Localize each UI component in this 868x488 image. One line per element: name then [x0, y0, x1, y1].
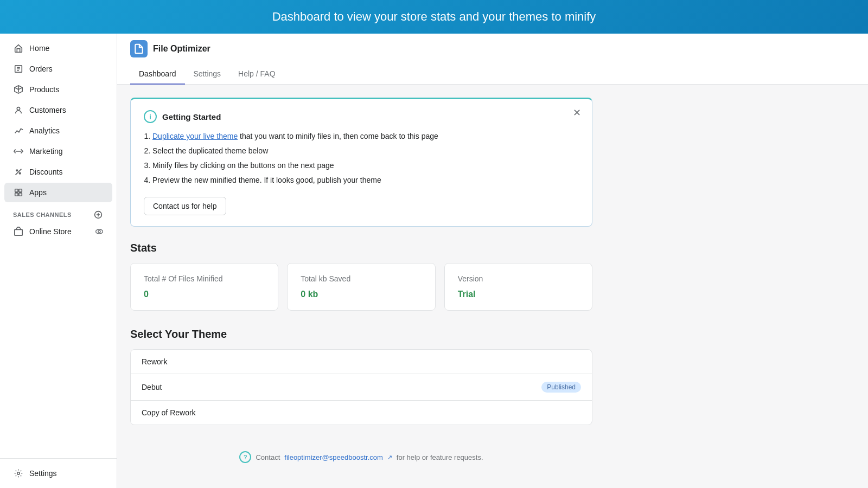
info-icon: i — [144, 110, 157, 123]
svg-rect-6 — [15, 193, 18, 196]
svg-point-10 — [96, 229, 103, 234]
sidebar-label-customers: Customers — [29, 106, 66, 114]
app-icon — [130, 40, 148, 57]
footer-email-link[interactable]: fileoptimizer@speedboostr.com — [284, 453, 383, 461]
sidebar-label-products: Products — [29, 85, 59, 94]
stat-label-version: Version — [458, 274, 579, 283]
sidebar-item-products[interactable]: Products — [4, 80, 112, 99]
tabs-container: Dashboard Settings Help / FAQ — [130, 64, 855, 84]
svg-rect-7 — [19, 193, 22, 196]
tab-dashboard[interactable]: Dashboard — [130, 64, 185, 85]
sidebar: Home Orders Products — [0, 34, 117, 488]
app-title-row: File Optimizer — [130, 40, 855, 57]
sidebar-item-marketing[interactable]: Marketing — [4, 142, 112, 161]
getting-started-steps: Duplicate your live theme that you want … — [144, 131, 579, 186]
online-store-label: Online Store — [29, 227, 72, 236]
app-name: File Optimizer — [153, 44, 210, 54]
sidebar-item-orders[interactable]: Orders — [4, 59, 112, 79]
footer-text-after: for help or feature requests. — [397, 453, 483, 461]
svg-rect-5 — [19, 189, 22, 192]
settings-icon — [13, 468, 24, 479]
sidebar-label-marketing: Marketing — [29, 147, 62, 156]
content-area: File Optimizer Dashboard Settings Help /… — [117, 34, 868, 488]
svg-point-12 — [17, 472, 20, 475]
apps-icon — [13, 187, 24, 198]
products-icon — [13, 84, 24, 95]
themes-section-title: Select Your Theme — [130, 328, 592, 341]
svg-point-3 — [19, 172, 21, 174]
sidebar-item-home[interactable]: Home — [4, 38, 112, 58]
stat-value-kb: 0 kb — [301, 290, 422, 299]
orders-icon — [13, 63, 24, 74]
sidebar-item-online-store[interactable]: Online Store — [4, 223, 112, 240]
sales-channels-header: SALES CHANNELS — [4, 203, 112, 222]
stat-card-kb: Total kb Saved 0 kb — [287, 263, 435, 311]
sidebar-label-discounts: Discounts — [29, 168, 62, 176]
stat-label-files: Total # Of Files Minified — [144, 274, 265, 283]
sidebar-item-customers[interactable]: Customers — [4, 100, 112, 120]
stat-card-files: Total # Of Files Minified 0 — [130, 263, 278, 311]
svg-point-11 — [98, 230, 100, 233]
home-icon — [13, 43, 24, 54]
svg-point-2 — [16, 170, 18, 171]
theme-table: Rework Debut Published Copy of Rework — [130, 349, 592, 425]
online-store-visibility-icon[interactable] — [95, 227, 104, 236]
step-1: Duplicate your live theme that you want … — [152, 131, 579, 142]
sidebar-item-apps[interactable]: Apps — [4, 183, 112, 202]
add-sales-channel-button[interactable] — [93, 209, 104, 220]
sidebar-bottom: Settings — [0, 458, 117, 484]
footer-contact: ? Contact fileoptimizer@speedboostr.com … — [130, 442, 592, 472]
theme-row-copy-rework[interactable]: Copy of Rework — [131, 401, 592, 425]
themes-section: Select Your Theme Rework Debut Published… — [130, 328, 592, 425]
page-content: ✕ i Getting Started Duplicate your live … — [117, 85, 605, 485]
contact-us-button[interactable]: Contact us for help — [144, 197, 226, 215]
sales-channels-label: SALES CHANNELS — [13, 211, 72, 218]
stat-value-version: Trial — [458, 290, 579, 299]
app-header: File Optimizer Dashboard Settings Help /… — [117, 34, 868, 85]
theme-name-debut: Debut — [142, 383, 162, 391]
card-header: i Getting Started — [144, 110, 579, 123]
sidebar-label-home: Home — [29, 44, 49, 53]
published-badge: Published — [541, 382, 581, 393]
marketing-icon — [13, 146, 24, 157]
stat-value-files: 0 — [144, 290, 265, 299]
online-store-icon — [13, 226, 24, 237]
sidebar-item-discounts[interactable]: Discounts — [4, 162, 112, 182]
tab-help[interactable]: Help / FAQ — [229, 64, 284, 85]
card-title: Getting Started — [162, 112, 221, 121]
analytics-icon — [13, 125, 24, 136]
sidebar-item-analytics[interactable]: Analytics — [4, 121, 112, 140]
close-getting-started-button[interactable]: ✕ — [570, 107, 584, 119]
stats-section-title: Stats — [130, 242, 592, 254]
sidebar-label-orders: Orders — [29, 65, 53, 73]
theme-name-copy-rework: Copy of Rework — [142, 408, 196, 417]
customers-icon — [13, 105, 24, 115]
step-4: Preview the new minified theme. If it lo… — [152, 175, 579, 186]
theme-name-rework: Rework — [142, 357, 167, 366]
getting-started-card: ✕ i Getting Started Duplicate your live … — [130, 98, 592, 227]
stat-card-version: Version Trial — [444, 263, 592, 311]
stat-label-kb: Total kb Saved — [301, 274, 422, 283]
stats-section: Stats Total # Of Files Minified 0 Total … — [130, 242, 592, 311]
external-link-icon: ↗ — [387, 454, 392, 461]
stats-grid: Total # Of Files Minified 0 Total kb Sav… — [130, 263, 592, 311]
svg-rect-9 — [15, 229, 22, 235]
step-2: Select the duplicated theme below — [152, 145, 579, 157]
tab-settings[interactable]: Settings — [185, 64, 230, 85]
theme-row-rework[interactable]: Rework — [131, 350, 592, 374]
sidebar-label-apps: Apps — [29, 188, 47, 197]
discounts-icon — [13, 166, 24, 177]
duplicate-theme-link[interactable]: Duplicate your live theme — [152, 132, 238, 140]
footer-text-before: Contact — [256, 453, 280, 461]
help-circle-icon: ? — [239, 451, 251, 463]
sidebar-label-settings: Settings — [29, 469, 57, 478]
top-banner: Dashboard to view your store stats and y… — [0, 0, 868, 34]
theme-row-debut[interactable]: Debut Published — [131, 374, 592, 401]
banner-title: Dashboard to view your store stats and y… — [272, 10, 596, 23]
sidebar-item-settings[interactable]: Settings — [4, 464, 112, 483]
step-3: Minify files by clicking on the buttons … — [152, 160, 579, 171]
sidebar-label-analytics: Analytics — [29, 126, 60, 135]
svg-point-1 — [17, 107, 20, 110]
svg-rect-4 — [15, 189, 18, 192]
